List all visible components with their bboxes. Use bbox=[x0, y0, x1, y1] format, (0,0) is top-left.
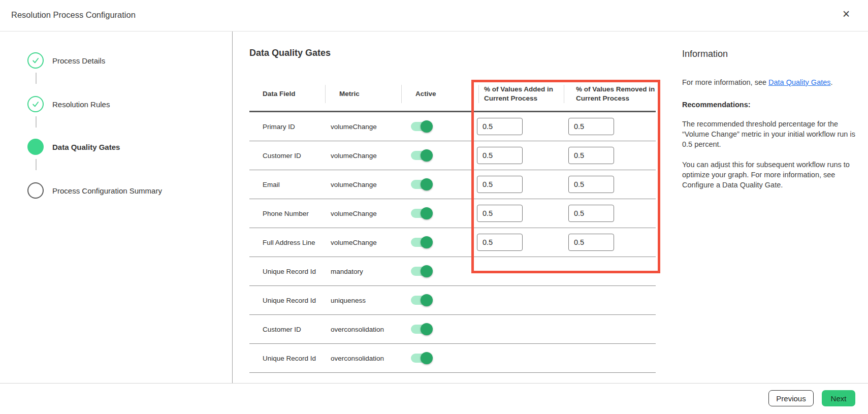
column-header-values-removed: % of Values Removed inCurrent Process bbox=[576, 79, 656, 109]
toggle-knob bbox=[421, 149, 433, 162]
active-toggle[interactable] bbox=[411, 295, 433, 305]
recommendation-paragraph-1: The recommended threshold percentage for… bbox=[682, 119, 860, 149]
info-panel: Information For more information, see Da… bbox=[664, 31, 868, 383]
step-label: Process Configuration Summary bbox=[52, 186, 162, 195]
check-icon bbox=[30, 55, 41, 66]
metric-cell: volumeChange bbox=[331, 210, 377, 217]
table-header: Data Field Metric Active % of Values Add… bbox=[249, 79, 657, 109]
table-row: Unique Record Id uniqueness bbox=[249, 286, 656, 315]
info-more-text: For more information, see Data Quality G… bbox=[682, 77, 860, 87]
close-button[interactable]: × bbox=[838, 5, 855, 22]
toggle-knob bbox=[421, 207, 433, 219]
table-row: Unique Record Id mandatory bbox=[249, 257, 656, 286]
toggle-knob bbox=[421, 120, 433, 133]
toggle-knob bbox=[421, 178, 433, 190]
column-divider bbox=[564, 85, 564, 103]
data-field-cell: Customer ID bbox=[263, 152, 301, 160]
stepper-step[interactable]: Data Quality Gates bbox=[0, 139, 223, 155]
active-toggle[interactable] bbox=[411, 179, 433, 189]
previous-button[interactable]: Previous bbox=[768, 390, 814, 406]
info-heading: Information bbox=[682, 49, 728, 59]
dialog-footer: Previous Next bbox=[0, 383, 868, 414]
metric-cell: uniqueness bbox=[331, 297, 366, 304]
active-toggle[interactable] bbox=[411, 324, 433, 334]
column-header-active: Active bbox=[415, 79, 436, 109]
pct-added-input[interactable] bbox=[477, 176, 523, 193]
step-circle bbox=[27, 139, 44, 155]
pct-removed-input[interactable] bbox=[568, 176, 614, 193]
metric-cell: overconsolidation bbox=[331, 355, 384, 362]
active-toggle[interactable] bbox=[411, 208, 433, 218]
table-row: Email volumeChange bbox=[249, 170, 656, 199]
column-divider bbox=[325, 85, 326, 103]
pct-added-input[interactable] bbox=[477, 205, 523, 222]
metric-cell: volumeChange bbox=[331, 181, 377, 188]
pct-added-input[interactable] bbox=[477, 118, 523, 135]
step-connector bbox=[36, 159, 37, 170]
step-circle bbox=[27, 52, 44, 69]
metric-cell: volumeChange bbox=[331, 239, 377, 246]
step-label: Data Quality Gates bbox=[52, 143, 120, 151]
step-connector bbox=[36, 116, 37, 128]
column-header-data-field: Data Field bbox=[263, 79, 296, 109]
dialog-titlebar: Resolution Process Configuration × bbox=[0, 0, 868, 31]
toggle-knob bbox=[421, 265, 433, 277]
stepper-panel: Process Details Resolution Rules Data Qu… bbox=[0, 31, 233, 383]
recommendation-paragraph-2: You can adjust this for subsequent workf… bbox=[682, 160, 860, 190]
data-quality-gates-link[interactable]: Data Quality Gates bbox=[768, 78, 831, 86]
active-toggle[interactable] bbox=[411, 353, 433, 363]
data-field-cell: Unique Record Id bbox=[263, 297, 316, 304]
pct-removed-input[interactable] bbox=[568, 147, 614, 164]
table-body: Primary ID volumeChange Customer ID volu… bbox=[249, 111, 656, 373]
data-field-cell: Email bbox=[263, 181, 280, 188]
active-toggle[interactable] bbox=[411, 237, 433, 247]
column-header-values-added: % of Values Added inCurrent Process bbox=[484, 79, 555, 109]
pct-added-input[interactable] bbox=[477, 234, 523, 251]
step-circle bbox=[27, 182, 44, 199]
stepper-step[interactable]: Process Configuration Summary bbox=[0, 182, 223, 199]
next-button[interactable]: Next bbox=[822, 390, 855, 406]
column-divider bbox=[401, 85, 402, 103]
metric-cell: overconsolidation bbox=[331, 326, 384, 333]
main-panel: Data Quality Gates Data Field Metric Act… bbox=[233, 31, 664, 383]
recommendations-heading: Recommendations: bbox=[682, 100, 860, 110]
pct-removed-input[interactable] bbox=[568, 234, 614, 251]
pct-added-input[interactable] bbox=[477, 147, 523, 164]
check-icon bbox=[30, 99, 41, 109]
stepper-step[interactable]: Resolution Rules bbox=[0, 96, 223, 112]
dialog-title: Resolution Process Configuration bbox=[11, 10, 136, 20]
data-field-cell: Primary ID bbox=[263, 123, 295, 131]
table-row: Phone Number volumeChange bbox=[249, 199, 656, 228]
toggle-knob bbox=[421, 236, 433, 248]
metric-cell: volumeChange bbox=[331, 152, 377, 160]
table-row: Unique Record Id overconsolidation bbox=[249, 344, 656, 373]
resolution-process-configuration-dialog: Resolution Process Configuration × Proce… bbox=[0, 0, 868, 414]
column-divider bbox=[478, 85, 479, 103]
step-label: Process Details bbox=[52, 56, 105, 65]
data-field-cell: Unique Record Id bbox=[263, 268, 316, 275]
metric-cell: mandatory bbox=[331, 268, 363, 275]
table-row: Customer ID volumeChange bbox=[249, 141, 656, 170]
column-header-metric: Metric bbox=[339, 79, 360, 109]
pct-removed-input[interactable] bbox=[568, 205, 614, 222]
table-row: Full Address Line volumeChange bbox=[249, 228, 656, 257]
data-field-cell: Unique Record Id bbox=[263, 355, 316, 362]
pct-removed-input[interactable] bbox=[568, 118, 614, 135]
data-field-cell: Full Address Line bbox=[263, 239, 315, 246]
page-title: Data Quality Gates bbox=[249, 48, 331, 58]
table-row: Primary ID volumeChange bbox=[249, 112, 656, 141]
step-circle bbox=[27, 96, 44, 112]
data-field-cell: Phone Number bbox=[263, 210, 309, 217]
close-icon: × bbox=[843, 7, 850, 21]
table-row: Customer ID overconsolidation bbox=[249, 315, 656, 344]
toggle-knob bbox=[421, 323, 433, 335]
active-toggle[interactable] bbox=[411, 150, 433, 161]
active-toggle[interactable] bbox=[411, 266, 433, 276]
stepper-step[interactable]: Process Details bbox=[0, 52, 223, 69]
active-toggle[interactable] bbox=[411, 121, 433, 132]
data-field-cell: Customer ID bbox=[263, 326, 301, 333]
step-label: Resolution Rules bbox=[52, 100, 110, 109]
metric-cell: volumeChange bbox=[331, 123, 377, 131]
step-connector bbox=[36, 73, 37, 84]
toggle-knob bbox=[421, 352, 433, 364]
